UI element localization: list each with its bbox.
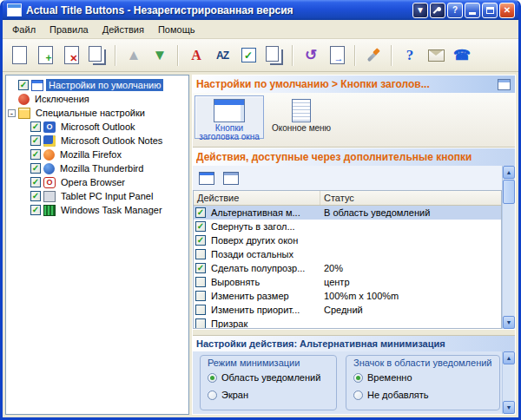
table-row[interactable]: Изменить размер100%m x 100%m [194,289,501,303]
move-up-button[interactable]: ▲ [121,43,147,69]
pin-button[interactable] [430,3,445,18]
tree-item[interactable]: ✓Windows Task Manager [6,203,188,217]
scroll-thumb[interactable] [503,180,515,204]
tab-label: Кнопки заголовка окна [195,124,263,141]
tree-checkbox[interactable]: ✓ [30,135,41,146]
app-icon[interactable] [7,3,22,16]
radio-option[interactable]: Не добавлять [353,386,492,404]
sort-az-button[interactable]: AZ [209,43,235,69]
action-checkbox[interactable] [195,318,206,329]
scroll-up-button[interactable]: ▲ [503,166,515,179]
radio-option[interactable]: Экран [208,386,329,404]
feedback-button[interactable] [423,43,449,69]
tree-item[interactable]: -Специальные настройки [6,106,188,120]
help-title-button[interactable]: ? [447,3,463,18]
settings-scrollbar[interactable]: ▲ ▼ [502,351,515,414]
move-down-button[interactable]: ▼ [147,43,173,69]
apply-settings-button[interactable]: ✓ [235,43,261,69]
radio-button[interactable] [353,373,363,383]
actions-scrollbar[interactable]: ▲ ▼ [502,166,515,329]
tree-item[interactable]: ✓Tablet PC Input Panel [6,189,188,203]
tree-item[interactable]: ✓Настройки по умолчанию [6,78,188,92]
undo-button[interactable]: ↺ [298,43,324,69]
action-checkbox[interactable] [195,291,206,301]
new-rule-button[interactable] [6,43,32,69]
actions-table[interactable]: ДействиеСтатус ✓Альтернативная м...В обл… [193,190,502,329]
opera-icon: O [43,177,56,188]
radio-button[interactable] [208,373,217,383]
tree-expander[interactable]: - [8,109,16,117]
action-checkbox[interactable] [195,305,206,315]
scroll-down-button[interactable]: ▼ [503,316,515,329]
scroll-down-button[interactable]: ▼ [503,401,515,414]
delete-rule-button[interactable]: ✕ [58,43,84,69]
check-window-icon: ✓ [241,48,256,62]
font-color-button[interactable]: A [183,43,209,69]
column-header[interactable]: Статус [320,191,501,205]
title-bar[interactable]: Actual Title Buttons - Незарегистрирован… [3,0,518,20]
export-button[interactable]: → [324,43,350,69]
support-button[interactable]: ☎ [449,43,475,69]
table-row[interactable]: Выровнятьцентр [194,275,501,289]
settings-area: Режим минимизацииОбласть уведомленийЭкра… [193,351,515,414]
tree-item[interactable]: ✓Mozilla Firefox [6,148,188,161]
menu-item-1[interactable]: Файл [5,22,43,37]
tree-checkbox[interactable]: ✓ [30,205,41,215]
action-settings-button[interactable] [196,169,217,187]
column-header[interactable]: Действие [194,191,320,205]
tree-checkbox[interactable]: ✓ [30,121,41,132]
options-button[interactable] [360,43,386,69]
help-button[interactable]: ? [397,43,423,69]
scroll-up-button[interactable]: ▲ [503,351,515,364]
settings-groups: Режим минимизацииОбласть уведомленийЭкра… [200,355,500,410]
tree-item[interactable]: Исключения [6,92,188,106]
copy-settings-button[interactable] [261,43,287,69]
action-checkbox[interactable] [195,277,206,287]
roll-up-button[interactable]: ▼ [412,3,428,18]
close-button[interactable]: ✕ [499,3,515,18]
tab-title-buttons[interactable]: Кнопки заголовка окна [195,95,264,139]
tree-checkbox[interactable]: ✓ [30,163,41,174]
action-label: Изменить размер [211,291,289,301]
action-checkbox[interactable]: ✓ [195,221,206,232]
table-row[interactable]: ✓Сделать полупрозр...20% [194,261,501,275]
action-checkbox[interactable]: ✓ [195,207,206,218]
table-row[interactable]: ✓Свернуть в загол... [194,220,501,233]
action-label: Выровнять [211,277,260,287]
tree-item[interactable]: ✓Microsoft Outlook Notes [6,134,188,148]
tab-window-menu[interactable]: Оконное меню [267,95,336,139]
tree-item[interactable]: ✓Mozilla Thunderbird [6,161,188,175]
minimize-button[interactable] [465,3,480,18]
rules-tree[interactable]: ✓Настройки по умолчаниюИсключения-Специа… [5,75,189,415]
radio-option[interactable]: Область уведомлений [208,369,329,386]
tree-checkbox[interactable]: ✓ [30,149,41,160]
table-row[interactable]: Изменить приорит...Средний [194,303,501,317]
radio-option[interactable]: Временно [353,369,492,386]
actions-toolbar [193,166,502,190]
splitter[interactable] [193,329,515,336]
tree-item[interactable]: ✓OMicrosoft Outlook [6,120,188,134]
table-row[interactable]: ✓Поверх других окон [194,233,501,247]
action-checkbox[interactable] [195,249,206,259]
add-rule-button[interactable]: + [32,43,58,69]
action-checkbox[interactable]: ✓ [195,235,206,246]
menu-item-4[interactable]: Помощь [151,22,202,37]
menu-item-3[interactable]: Действия [96,22,151,37]
toolbar-separator [391,45,392,66]
table-row[interactable]: ✓Альтернативная м...В область уведомлени… [194,206,501,220]
panel-menu-button[interactable] [497,78,511,91]
action-checkbox[interactable]: ✓ [195,263,206,273]
maximize-button[interactable] [482,3,498,18]
action-copy-button[interactable] [221,169,241,187]
radio-button[interactable] [208,390,217,400]
tree-checkbox[interactable]: ✓ [18,80,29,90]
table-row[interactable]: Призрак [194,317,501,329]
copy-rule-button[interactable] [84,43,110,69]
tree-checkbox[interactable]: ✓ [30,191,41,201]
radio-button[interactable] [353,390,363,400]
menu-item-2[interactable]: Правила [43,22,96,37]
table-row[interactable]: Позади остальных [194,247,501,261]
tree-checkbox[interactable]: ✓ [30,177,41,187]
tree-item[interactable]: ✓OOpera Browser [6,175,188,189]
window-icon [223,172,239,185]
